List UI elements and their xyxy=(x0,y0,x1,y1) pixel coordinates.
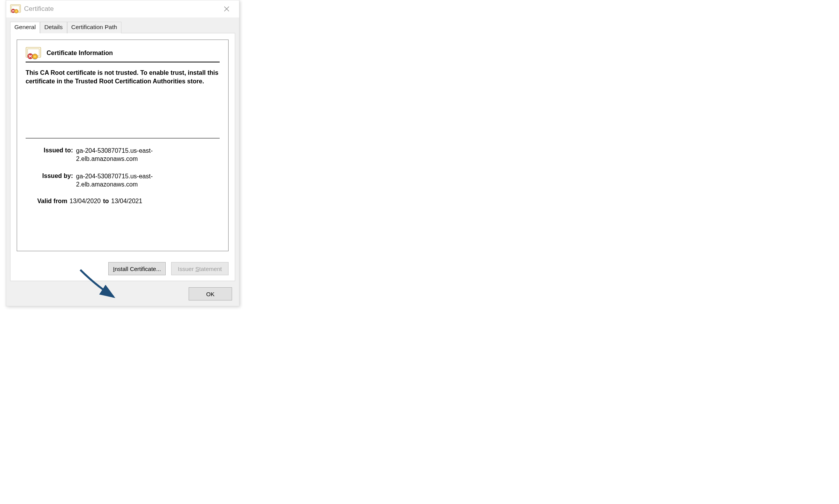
valid-from-label: Valid from xyxy=(37,198,67,205)
certificate-dialog: Certificate General Details Certificatio… xyxy=(6,0,239,306)
tabstrip: General Details Certification Path xyxy=(10,22,235,33)
window-title: Certificate xyxy=(24,5,218,13)
valid-from-value: 13/04/2020 xyxy=(69,198,101,205)
issued-by-value: ga-204-530870715.us-east-2.elb.amazonaws… xyxy=(76,173,177,189)
certificate-icon xyxy=(10,4,21,14)
close-button[interactable] xyxy=(218,3,235,15)
issued-to-row: Issued to: ga-204-530870715.us-east-2.el… xyxy=(37,147,220,163)
issued-to-label: Issued to: xyxy=(37,147,76,154)
tab-general[interactable]: General xyxy=(10,22,40,33)
certificate-icon xyxy=(26,47,41,59)
certificate-info-frame: Certificate Information This CA Root cer… xyxy=(17,40,229,251)
issued-by-row: Issued by: ga-204-530870715.us-east-2.el… xyxy=(37,173,220,189)
dialog-body: General Details Certification Path xyxy=(6,17,239,306)
certificate-info-heading: Certificate Information xyxy=(47,50,113,57)
button-row: Install Certificate... Issuer Statement xyxy=(17,262,229,275)
issued-by-label: Issued by: xyxy=(37,173,76,180)
svg-point-4 xyxy=(16,10,17,12)
ok-row: OK xyxy=(10,281,235,300)
divider xyxy=(26,138,220,138)
valid-row: Valid from 13/04/2020 to 13/04/2021 xyxy=(37,198,220,205)
divider xyxy=(26,62,220,62)
ok-button[interactable]: OK xyxy=(189,287,232,300)
svg-point-9 xyxy=(34,55,36,57)
tab-certification-path[interactable]: Certification Path xyxy=(67,22,121,33)
valid-to-value: 13/04/2021 xyxy=(111,198,142,205)
tab-panel-general: Certificate Information This CA Root cer… xyxy=(10,33,235,281)
valid-to-label: to xyxy=(103,198,109,205)
titlebar: Certificate xyxy=(6,0,239,17)
install-certificate-button[interactable]: Install Certificate... xyxy=(108,262,166,275)
issued-to-value: ga-204-530870715.us-east-2.elb.amazonaws… xyxy=(76,147,177,163)
trust-warning-message: This CA Root certificate is not trusted.… xyxy=(26,69,220,85)
issuer-statement-button: Issuer Statement xyxy=(171,262,229,275)
tab-details[interactable]: Details xyxy=(40,22,67,33)
